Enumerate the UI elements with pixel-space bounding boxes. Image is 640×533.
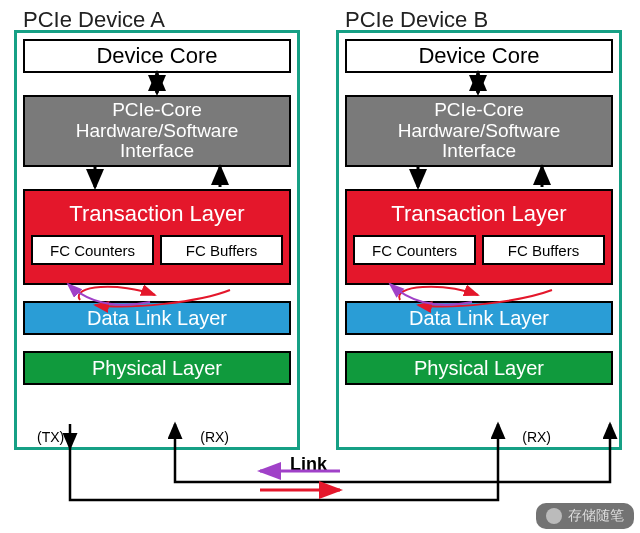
pcie-device-b: PCIe Device B Device Core PCIe-Core Hard… [336, 30, 622, 450]
device-core-box: Device Core [345, 39, 613, 73]
physical-label: Physical Layer [92, 357, 222, 380]
fc-row: FC Counters FC Buffers [353, 235, 605, 265]
fc-buffers-label: FC Buffers [186, 242, 257, 259]
interface-line2: Hardware/Software [398, 121, 561, 142]
tx-label: (TX) [37, 429, 64, 445]
datalink-layer-box: Data Link Layer [23, 301, 291, 335]
watermark-text: 存储随笔 [568, 507, 624, 525]
device-b-title: PCIe Device B [345, 7, 488, 33]
physical-label: Physical Layer [414, 357, 544, 380]
arrow-gap [345, 73, 613, 95]
arrow-gap [23, 167, 291, 189]
fc-buffers-label: FC Buffers [508, 242, 579, 259]
arrow-gap [23, 73, 291, 95]
watermark-icon [546, 508, 562, 524]
physical-layer-box: Physical Layer [23, 351, 291, 385]
datalink-layer-box: Data Link Layer [345, 301, 613, 335]
interface-line3: Interface [120, 141, 194, 162]
arrow-gap [345, 167, 613, 189]
datalink-label: Data Link Layer [87, 307, 227, 330]
transaction-label: Transaction Layer [31, 195, 283, 235]
arrow-gap [23, 285, 291, 301]
pcie-device-a: PCIe Device A Device Core PCIe-Core Hard… [14, 30, 300, 450]
fc-buffers-box: FC Buffers [482, 235, 605, 265]
rx-label: (RX) [522, 429, 551, 445]
link-label: Link [290, 454, 327, 475]
device-core-label: Device Core [418, 43, 539, 69]
transaction-layer-box: Transaction Layer FC Counters FC Buffers [23, 189, 291, 285]
arrow-gap [345, 285, 613, 301]
interface-line1: PCIe-Core [112, 100, 202, 121]
fc-counters-label: FC Counters [50, 242, 135, 259]
device-core-box: Device Core [23, 39, 291, 73]
interface-box: PCIe-Core Hardware/Software Interface [23, 95, 291, 167]
interface-line1: PCIe-Core [434, 100, 524, 121]
interface-box: PCIe-Core Hardware/Software Interface [345, 95, 613, 167]
fc-buffers-box: FC Buffers [160, 235, 283, 265]
link-wire-icon [70, 448, 498, 500]
device-core-label: Device Core [96, 43, 217, 69]
transaction-layer-box: Transaction Layer FC Counters FC Buffers [345, 189, 613, 285]
fc-counters-label: FC Counters [372, 242, 457, 259]
rx-label: (RX) [200, 429, 229, 445]
datalink-label: Data Link Layer [409, 307, 549, 330]
physical-layer-box: Physical Layer [345, 351, 613, 385]
interface-line2: Hardware/Software [76, 121, 239, 142]
interface-line3: Interface [442, 141, 516, 162]
watermark: 存储随笔 [536, 503, 634, 529]
device-a-title: PCIe Device A [23, 7, 165, 33]
arrow-gap [23, 335, 291, 351]
transaction-label: Transaction Layer [353, 195, 605, 235]
fc-row: FC Counters FC Buffers [31, 235, 283, 265]
fc-counters-box: FC Counters [31, 235, 154, 265]
arrow-gap [345, 335, 613, 351]
fc-counters-box: FC Counters [353, 235, 476, 265]
